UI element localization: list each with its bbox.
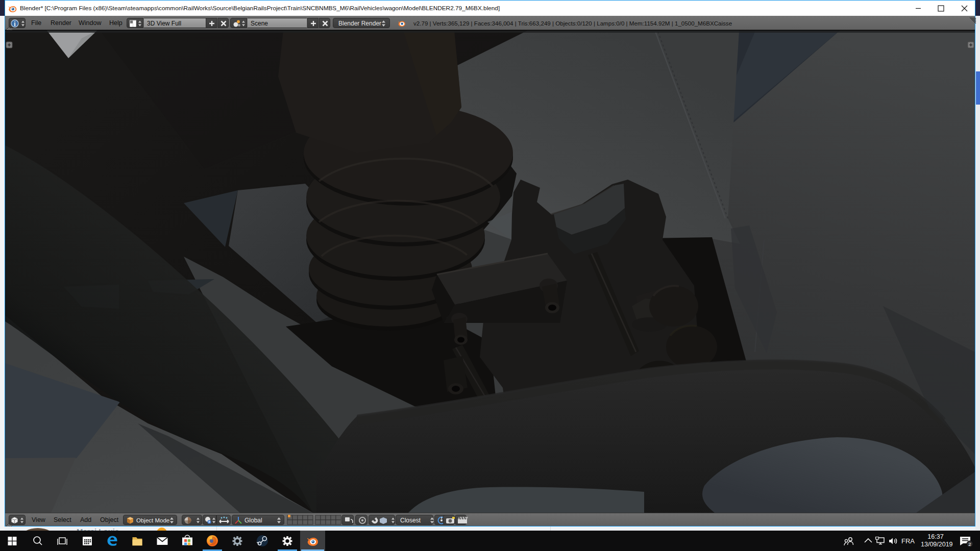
svg-text:2: 2 xyxy=(968,541,971,547)
